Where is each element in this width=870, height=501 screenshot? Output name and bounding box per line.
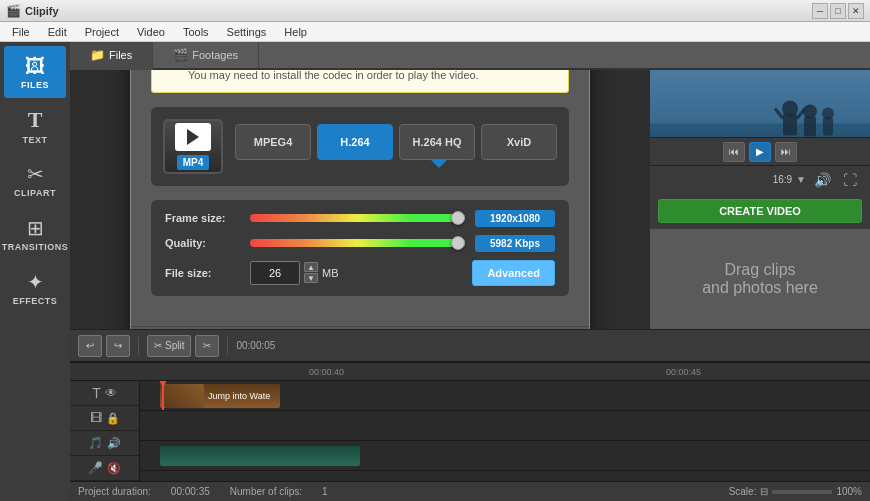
project-duration-value: 00:00:35 <box>171 486 210 497</box>
playback-controls: ⏮ ▶ ⏭ <box>650 137 870 165</box>
create-video-main-button[interactable]: CREATE VIDEO <box>658 199 862 223</box>
sidebar-item-clipart[interactable]: ✂ CLIPART <box>4 154 66 206</box>
frame-size-thumb[interactable] <box>451 211 465 225</box>
text-icon: T <box>28 107 43 133</box>
menu-file[interactable]: File <box>4 24 38 40</box>
project-duration-label: Project duration: <box>78 486 151 497</box>
format-btn-h264hq[interactable]: H.264 HQ <box>399 124 475 160</box>
redo-button[interactable]: ↪ <box>106 335 130 357</box>
tab-files[interactable]: 📁 Files <box>70 42 153 70</box>
menu-tools[interactable]: Tools <box>175 24 217 40</box>
quality-thumb[interactable] <box>451 236 465 250</box>
svg-rect-5 <box>804 117 816 137</box>
track-mic-icon: 🎤 <box>88 461 103 475</box>
sidebar-label-files: FILES <box>21 80 49 90</box>
settings-area: Frame size: 1920x1080 <box>151 200 569 296</box>
playhead[interactable] <box>162 381 164 410</box>
video-clip[interactable]: Jump into Wate <box>160 384 280 408</box>
maximize-button[interactable]: □ <box>830 3 846 19</box>
undo-button[interactable]: ↩ <box>78 335 102 357</box>
format-btn-xvid[interactable]: XviD <box>481 124 557 160</box>
file-size-input[interactable]: 26 <box>250 261 300 285</box>
advanced-button[interactable]: Advanced <box>472 260 555 286</box>
files-icon: 🖼 <box>25 55 45 78</box>
rewind-button[interactable]: ⏮ <box>723 142 745 162</box>
separator-2 <box>227 337 228 355</box>
frame-size-row: Frame size: 1920x1080 <box>165 210 555 227</box>
file-size-decrement[interactable]: ▼ <box>304 273 318 283</box>
tab-footages[interactable]: 🎬 Footages <box>153 42 259 68</box>
format-arrow-indicator <box>431 160 447 168</box>
menu-settings[interactable]: Settings <box>219 24 275 40</box>
clips-count: 1 <box>322 486 328 497</box>
sidebar-item-text[interactable]: T TEXT <box>4 100 66 152</box>
scale-label: Scale: <box>729 486 757 497</box>
controls-bar: ↩ ↪ ✂ Split ✂ 00:00:05 <box>70 329 870 361</box>
menu-help[interactable]: Help <box>276 24 315 40</box>
scale-bar[interactable] <box>772 490 832 494</box>
track-ctrl-text: T 👁 <box>70 381 139 406</box>
sidebar-item-files[interactable]: 🖼 FILES <box>4 46 66 98</box>
volume-icon[interactable]: 🔊 <box>810 168 834 192</box>
menu-video[interactable]: Video <box>129 24 173 40</box>
track-mute-icon[interactable]: 🔇 <box>107 462 121 475</box>
transitions-icon: ⊞ <box>27 216 44 240</box>
cut-button[interactable]: ✂ <box>195 335 219 357</box>
scale-slider[interactable]: ⊟ <box>760 486 768 497</box>
menu-edit[interactable]: Edit <box>40 24 75 40</box>
canvas-section: 📁 Files 🎬 Footages <box>70 42 870 481</box>
aspect-controls-bar: 16:9 ▼ 🔊 ⛶ <box>650 165 870 193</box>
timeline-area: 00:00:40 00:00:45 T 👁 🎞 🔒 <box>70 361 870 481</box>
dialog-body: i H.264. The optimal choice in most case… <box>131 70 589 326</box>
format-arrow <box>431 162 447 168</box>
create-video-dialog: 🎬 Create Video ─ ✕ <box>130 70 590 329</box>
split-button[interactable]: ✂ Split <box>147 335 191 357</box>
menu-project[interactable]: Project <box>77 24 127 40</box>
forward-button[interactable]: ⏭ <box>775 142 797 162</box>
file-size-increment[interactable]: ▲ <box>304 262 318 272</box>
track-lock-icon[interactable]: 🔒 <box>106 412 120 425</box>
play-button[interactable]: ▶ <box>749 142 771 162</box>
track-music-icon: 🎵 <box>88 436 103 450</box>
format-icon-inner <box>175 123 211 151</box>
sidebar-label-text: TEXT <box>22 135 47 145</box>
clip-label: Jump into Wate <box>208 391 270 401</box>
track-ctrl-voice: 🎤 🔇 <box>70 456 139 481</box>
close-button[interactable]: ✕ <box>848 3 864 19</box>
quality-track <box>250 239 465 247</box>
music-track <box>140 441 870 471</box>
track-ctrl-music: 🎵 🔊 <box>70 431 139 456</box>
app-logo-icon: 🎬 <box>6 4 21 18</box>
format-btn-mpeg4[interactable]: MPEG4 <box>235 124 311 160</box>
dialog-footer: ◀ Back ✔ Create Video ✕ Close <box>131 326 589 330</box>
title-bar-controls[interactable]: ─ □ ✕ <box>812 3 864 19</box>
ruler-mark-1: 00:00:40 <box>148 367 505 377</box>
frame-size-slider[interactable] <box>250 211 465 225</box>
format-options: MPEG4 H.264 H.264 HQ XviD <box>235 124 557 160</box>
sidebar-item-transitions[interactable]: ⊞ TRANSITIONS <box>4 208 66 260</box>
time-display: 00:00:05 <box>236 340 275 351</box>
format-arrow-wrapper <box>235 160 557 168</box>
format-btn-h264[interactable]: H.264 <box>317 124 393 160</box>
quality-slider[interactable] <box>250 236 465 250</box>
info-line2: You may need to install the codec in ord… <box>188 70 479 84</box>
track-eye-icon[interactable]: 👁 <box>105 386 117 400</box>
info-box: i H.264. The optimal choice in most case… <box>151 70 569 93</box>
separator-1 <box>138 337 139 355</box>
fullscreen-icon[interactable]: ⛶ <box>838 168 862 192</box>
voice-track <box>140 471 870 481</box>
track-volume-icon[interactable]: 🔊 <box>107 437 121 450</box>
format-play-icon <box>187 129 199 145</box>
minimize-button[interactable]: ─ <box>812 3 828 19</box>
sidebar-item-effects[interactable]: ✦ EFFECTS <box>4 262 66 314</box>
preview-image <box>650 70 870 137</box>
menu-bar: File Edit Project Video Tools Settings H… <box>0 22 870 42</box>
dialog-overlay: 🎬 Create Video ─ ✕ <box>70 70 650 329</box>
drag-text-line1: Drag clips <box>724 261 795 279</box>
frame-size-value: 1920x1080 <box>475 210 555 227</box>
audio-clip[interactable] <box>160 446 360 466</box>
sidebar-label-transitions: TRANSITIONS <box>2 242 69 252</box>
scale-percent: 100% <box>836 486 862 497</box>
drag-zone[interactable]: Drag clips and photos here <box>650 229 870 329</box>
quality-label: Quality: <box>165 237 240 249</box>
